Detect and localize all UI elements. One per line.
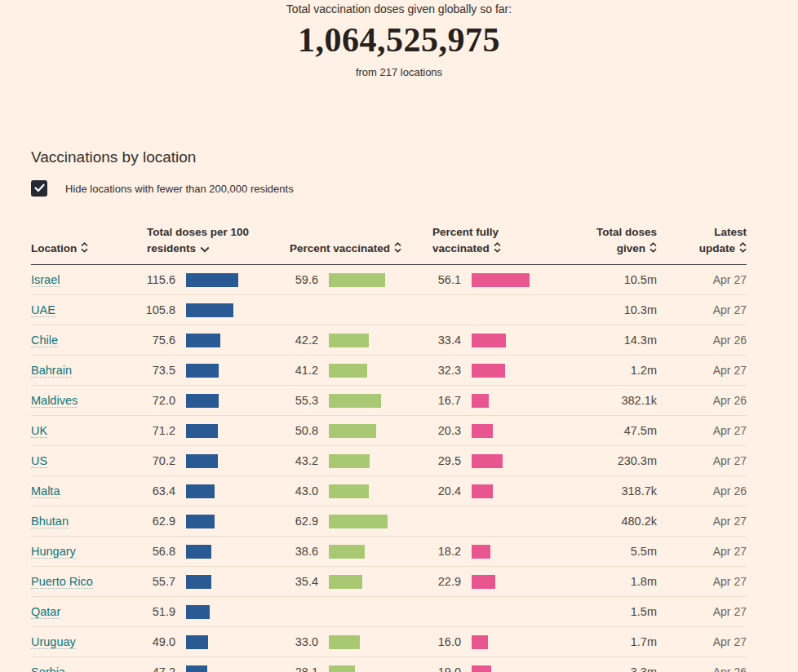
doses-per-100-value: 72.0 [137, 394, 175, 407]
doses-per-100-value: 70.2 [137, 454, 175, 467]
doses-per-100-bar [186, 515, 215, 528]
location-link[interactable]: US [31, 454, 47, 468]
doses-per-100-bar [186, 605, 210, 619]
latest-update-value: Apr 27 [657, 515, 747, 528]
table-row: Serbia 47.2 28.1 19.0 3.3m Apr 26 [31, 657, 747, 672]
vaccinations-table: Location Total doses per 100 residents P… [31, 224, 747, 672]
table-row: Maldives 72.0 55.3 16.7 382.1k Apr 26 [31, 386, 747, 416]
percent-vaccinated-bar [329, 484, 369, 498]
doses-per-100-value: 71.2 [137, 424, 175, 437]
doses-per-100-bar [186, 394, 219, 408]
percent-fully-vaccinated-bar [472, 394, 489, 408]
column-header-total-doses[interactable]: Total doses given [571, 224, 657, 257]
percent-fully-vaccinated-value: 20.3 [424, 424, 461, 437]
doses-per-100-bar [186, 545, 211, 559]
percent-fully-vaccinated-bar [472, 424, 493, 438]
percent-fully-vaccinated-bar [472, 575, 495, 589]
location-link[interactable]: UK [31, 424, 47, 438]
percent-vaccinated-value: 50.8 [282, 424, 318, 437]
percent-fully-vaccinated-bar [472, 454, 503, 468]
doses-per-100-bar [186, 424, 218, 438]
doses-per-100-value: 73.5 [137, 364, 175, 377]
sort-desc-icon[interactable] [200, 241, 210, 258]
sort-icon[interactable] [81, 241, 88, 258]
doses-per-100-bar [186, 454, 218, 468]
hide-small-locations-checkbox[interactable] [31, 180, 47, 197]
table-row: US 70.2 43.2 29.5 230.3m Apr 27 [31, 446, 747, 476]
percent-vaccinated-bar [329, 364, 367, 378]
location-link[interactable]: Malta [31, 484, 60, 498]
filter-label[interactable]: Hide locations with fewer than 200,000 r… [65, 183, 294, 195]
section-title: Vaccinations by location [31, 148, 798, 166]
doses-per-100-bar [186, 635, 208, 649]
table-row: Israel 115.6 59.6 56.1 10.5m Apr 27 [31, 265, 747, 295]
percent-vaccinated-value: 43.2 [282, 454, 318, 467]
percent-vaccinated-value: 38.6 [282, 545, 318, 558]
latest-update-value: Apr 26 [657, 484, 747, 497]
location-link[interactable]: Hungary [31, 545, 76, 559]
location-link[interactable]: Bhutan [31, 515, 69, 528]
total-doses-value: 480.2k [571, 515, 657, 528]
percent-fully-vaccinated-bar [472, 484, 493, 498]
column-header-percent-fully-vaccinated[interactable]: Percent fully vaccinated [424, 224, 526, 257]
location-link[interactable]: Chile [31, 334, 58, 347]
table-row: Qatar 51.9 1.5m Apr 27 [31, 597, 747, 627]
location-link[interactable]: Maldives [31, 394, 78, 408]
location-link[interactable]: Qatar [31, 605, 60, 619]
percent-vaccinated-value: 35.4 [282, 575, 318, 588]
location-link[interactable]: Bahrain [31, 364, 72, 378]
column-header-location[interactable]: Location [31, 241, 137, 258]
latest-update-value: Apr 27 [657, 364, 747, 377]
percent-vaccinated-value: 33.0 [282, 635, 318, 648]
percent-fully-vaccinated-value: 19.0 [424, 665, 461, 672]
location-cell: US [31, 453, 137, 468]
percent-fully-vaccinated-value: 22.9 [424, 575, 461, 588]
total-doses-value: 382.1k [571, 394, 657, 407]
table-row: Chile 75.6 42.2 33.4 14.3m Apr 26 [31, 325, 747, 356]
column-header-latest-update[interactable]: Latest update [657, 224, 747, 257]
location-cell: Chile [31, 333, 137, 347]
total-doses-value: 3.3m [571, 665, 657, 672]
location-cell: Bahrain [31, 363, 137, 378]
location-cell: Serbia [31, 665, 137, 672]
total-doses-value: 230.3m [571, 454, 657, 467]
percent-vaccinated-bar [329, 424, 376, 438]
location-cell: Qatar [31, 604, 137, 619]
doses-per-100-bar [186, 665, 207, 672]
location-link[interactable]: Serbia [31, 665, 65, 672]
sort-icon[interactable] [394, 241, 401, 258]
latest-update-value: Apr 27 [657, 545, 747, 558]
total-doses-value: 318.7k [571, 484, 657, 497]
sort-icon[interactable] [494, 241, 501, 258]
total-doses-value: 5.5m [571, 545, 657, 558]
location-link[interactable]: UAE [31, 303, 55, 317]
latest-update-value: Apr 26 [657, 394, 747, 407]
percent-vaccinated-bar [329, 665, 355, 672]
column-header-percent-vaccinated[interactable]: Percent vaccinated [282, 241, 424, 258]
location-cell: Puerto Rico [31, 574, 137, 589]
percent-fully-vaccinated-bar [472, 665, 491, 672]
percent-vaccinated-value: 41.2 [282, 364, 318, 377]
location-link[interactable]: Uruguay [31, 635, 76, 649]
location-link[interactable]: Puerto Rico [31, 575, 93, 589]
percent-vaccinated-bar [329, 334, 369, 347]
percent-vaccinated-value: 43.0 [282, 484, 318, 497]
table-body: Israel 115.6 59.6 56.1 10.5m Apr 27 UAE … [31, 265, 747, 672]
percent-vaccinated-bar [329, 575, 362, 589]
doses-per-100-value: 55.7 [137, 575, 175, 588]
sort-icon[interactable] [739, 241, 747, 258]
total-doses-value: 1.8m [571, 575, 657, 588]
table-row: UK 71.2 50.8 20.3 47.5m Apr 27 [31, 416, 747, 446]
total-doses-value: 10.3m [571, 303, 657, 316]
location-cell: Bhutan [31, 514, 137, 528]
sort-icon[interactable] [649, 241, 657, 258]
doses-per-100-bar [186, 575, 211, 589]
column-header-doses-per-100[interactable]: Total doses per 100 residents [137, 224, 259, 257]
checkmark-icon [34, 181, 45, 196]
percent-vaccinated-bar [329, 515, 388, 528]
location-cell: Maldives [31, 393, 137, 408]
location-cell: Hungary [31, 544, 137, 559]
location-link[interactable]: Israel [31, 273, 60, 287]
table-row: Bhutan 62.9 62.9 480.2k Apr 27 [31, 506, 747, 537]
doses-per-100-value: 75.6 [137, 334, 175, 347]
